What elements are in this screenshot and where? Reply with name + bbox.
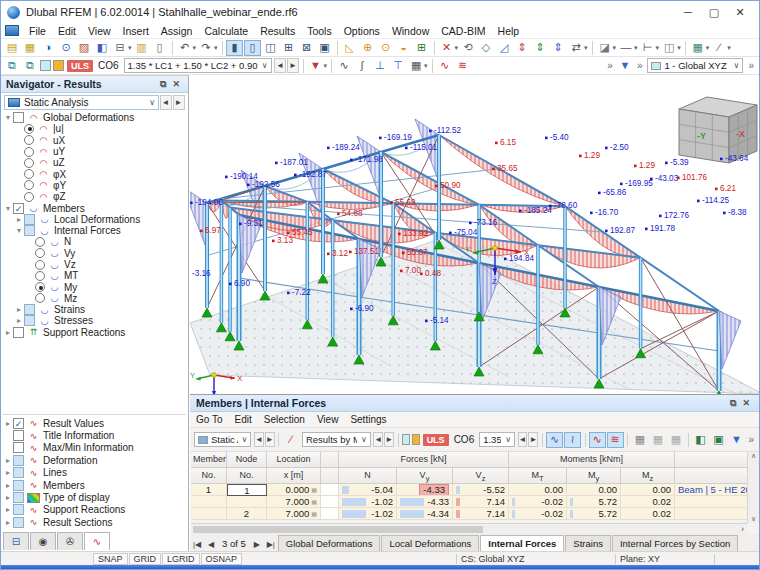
tree-item-internal-forces[interactable]: ▾◡Internal Forces [3,225,186,236]
table-tab-global-deformations[interactable]: Global Deformations [278,535,381,551]
dropdown-caret-icon[interactable]: ▾ [706,44,710,52]
force-cell-n[interactable]: -5.04 [339,484,397,496]
combination-combo[interactable]: 1.35 * L...∨ [479,432,515,447]
delete-icon[interactable]: ✕ [438,40,455,56]
close-icon[interactable]: ✕ [739,398,753,408]
values-toggle-icon[interactable]: ∿ [589,432,606,448]
tree-item-mt[interactable]: ◡MT [3,270,186,281]
analysis-combo[interactable]: Static Analysis ∨ [4,95,159,110]
extremes-toggle-icon[interactable]: ≋ [607,432,624,448]
new-line-icon[interactable]: ⊕ [359,40,376,56]
table-sel-icon[interactable]: ▦ [667,432,684,448]
print-icon[interactable]: ⊟ [112,40,129,56]
expander-icon[interactable]: ▸ [3,505,13,514]
tree-item-title-information[interactable]: ∿Title Information [3,429,186,441]
results-by-combo[interactable]: Results by Member∨ [302,432,371,447]
expander-icon[interactable]: ▸ [3,456,13,465]
checkbox[interactable] [13,492,24,503]
swatch-orange[interactable] [53,60,64,71]
menu-item-view[interactable]: View [82,25,117,37]
nav-arrow-button[interactable]: ► [287,58,299,73]
dropdown-caret-icon[interactable]: ▾ [214,44,218,52]
scrollbar-thumb[interactable] [193,526,483,533]
menu-item-results[interactable]: Results [254,25,301,37]
checkbox[interactable] [24,225,35,236]
undo-icon[interactable]: ↶ [176,40,193,56]
gap-cell[interactable] [321,484,339,496]
load-dir-icon[interactable]: ⇄ [568,40,585,56]
dropdown-caret-icon[interactable]: ▾ [727,44,731,52]
dropdown-caret-icon[interactable]: ▾ [613,44,617,52]
tree-item-uy[interactable]: ◠uY [3,146,186,157]
note-cell[interactable] [675,508,749,520]
section-icon[interactable]: ◿ [496,40,513,56]
checkbox[interactable] [13,504,24,515]
regenerate-icon[interactable]: ⟲ [460,40,477,56]
new-opening-icon[interactable]: ⊞ [413,40,430,56]
expander-icon[interactable]: ▸ [3,468,13,477]
table-all-icon[interactable]: ▦ [649,432,666,448]
node-no-cell[interactable] [227,496,267,508]
horizontal-scrollbar[interactable]: › [191,523,747,534]
last-table-button[interactable]: ▶| [264,540,278,551]
tab-display-eye-icon[interactable]: ◉ [30,532,56,550]
menu-item-file[interactable]: File [23,25,52,37]
radio-button[interactable] [24,192,34,202]
radio-button[interactable] [24,135,34,145]
tables-toggle-icon[interactable]: ▯ [244,40,261,56]
float-icon[interactable]: ⧉ [727,398,739,409]
dimension-icon[interactable]: ⊢ [639,40,656,56]
dropdown-caret-icon[interactable]: ▾ [584,44,588,52]
visibility-filter-icon[interactable]: ▼ [616,58,633,74]
force-cell-mt[interactable]: 0.00 [509,484,567,496]
tree-item-global-deformations[interactable]: ▾◠Global Deformations [3,112,186,123]
tree-item-n[interactable]: ◡N [3,236,186,247]
tree-item-local-deformations[interactable]: ▸◡Local Deformations [3,214,186,225]
tab-data-icon[interactable]: ⊟ [3,532,29,550]
vertical-scrollbar[interactable]: ∧ ∨ [747,452,759,523]
float-icon[interactable]: ⧉ [157,79,169,90]
location-cell[interactable]: 0.000▦ [267,484,321,496]
checkbox[interactable] [24,315,35,326]
deform-display-icon[interactable]: ∿ [336,58,353,74]
gap-cell[interactable] [321,508,339,520]
member-no-cell[interactable]: 1 [191,484,227,496]
force-cell-n[interactable]: -1.02 [339,508,397,520]
nav-arrow-button[interactable]: ◄ [254,432,264,447]
load-x-icon[interactable]: ⇕ [514,40,531,56]
force-cell-vy[interactable]: -4.33 [397,484,453,496]
menu-item-options[interactable]: Options [338,25,386,37]
filter-loads-icon[interactable]: ▼ [307,58,324,74]
new-surface-icon[interactable]: ◒ [395,40,412,56]
next-analysis-button[interactable]: ► [173,95,185,110]
scroll-right-icon[interactable]: › [741,524,747,534]
menu-item-tools[interactable]: Tools [301,25,338,37]
save-icon[interactable]: ◧ [94,40,111,56]
checkbox[interactable] [13,455,24,466]
tree-item-my[interactable]: ◡My [3,281,186,292]
layout-icon[interactable]: ▣ [316,40,333,56]
sync-icon[interactable]: ⊙ [58,40,75,56]
report-icon[interactable]: ▥ [133,40,150,56]
radio-button[interactable] [35,293,45,303]
menu-item-edit[interactable]: Edit [52,25,82,37]
dlubal-center-icon[interactable]: ◑ [40,40,57,56]
visibility-icon[interactable]: ◫ [661,40,678,56]
table-row[interactable]: 7.000▦-1.02-4.337.14-0.025.720.02 [191,496,747,508]
swatch-orange[interactable] [412,434,420,445]
next-table-button[interactable]: ▶ [250,540,264,551]
result-beam-icon[interactable]: ∿ [436,58,453,74]
dropdown-caret-icon[interactable]: ▾ [324,62,328,70]
force-cell-mz[interactable]: 0.00 [621,484,675,496]
table-tab-strains[interactable]: Strains [565,535,611,551]
swatch-cyan[interactable] [402,434,410,445]
force-cell-vy[interactable]: -4.34 [397,508,453,520]
expander-icon[interactable]: ▸ [3,481,13,490]
prev-analysis-button[interactable]: ◄ [160,95,172,110]
radio-button[interactable] [35,237,45,247]
dropdown-caret-icon[interactable]: ▾ [677,44,681,52]
table-tab-internal-forces-by-section[interactable]: Internal Forces by Section [612,535,738,551]
checkbox[interactable]: ✓ [13,203,24,214]
minimize-button[interactable]: ─ [675,4,701,20]
window-layout-icon[interactable]: ⊞ [280,40,297,56]
